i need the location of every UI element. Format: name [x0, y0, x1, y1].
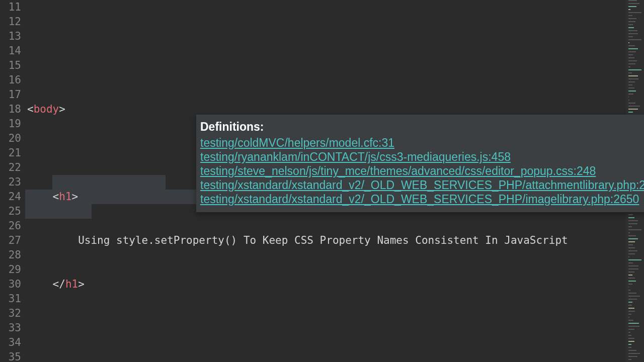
- code-line[interactable]: </h1>: [27, 277, 644, 292]
- line-number: 18: [0, 102, 21, 117]
- tooltip-title: Definitions:: [200, 120, 642, 134]
- line-number: 16: [0, 73, 21, 87]
- line-number: 13: [0, 29, 21, 44]
- line-number: 12: [0, 15, 21, 29]
- line-number: 29: [0, 262, 21, 277]
- line-number: 35: [0, 350, 21, 362]
- line-number: 33: [0, 321, 21, 335]
- code-line[interactable]: Using style.setProperty() To Keep CSS Pr…: [27, 233, 644, 248]
- line-number: 24: [0, 190, 21, 204]
- line-number: 21: [0, 146, 21, 160]
- line-number: 14: [0, 44, 21, 58]
- line-number: 28: [0, 248, 21, 262]
- line-number: 11: [0, 0, 21, 15]
- line-number: 17: [0, 87, 21, 102]
- line-number: 27: [0, 233, 21, 248]
- definition-link[interactable]: testing/ryananklam/inCONTACT/js/css3-med…: [200, 150, 642, 164]
- line-number: 31: [0, 292, 21, 306]
- line-number: 30: [0, 277, 21, 292]
- line-number: 22: [0, 160, 21, 175]
- line-number: 15: [0, 58, 21, 73]
- line-number: 25: [0, 204, 21, 219]
- line-number: 32: [0, 306, 21, 321]
- definition-link[interactable]: testing/steve_nelson/js/tiny_mce/themes/…: [200, 164, 642, 178]
- line-number: 23: [0, 175, 21, 190]
- line-number: 20: [0, 131, 21, 146]
- definitions-tooltip: Definitions: testing/coldMVC/helpers/mod…: [196, 115, 644, 212]
- definition-link[interactable]: testing/coldMVC/helpers/model.cfc:31: [200, 136, 642, 150]
- line-number: 19: [0, 117, 21, 131]
- line-number: 26: [0, 219, 21, 233]
- definition-link[interactable]: testing/xstandard/xstandard_v2/_OLD_WEB_…: [200, 178, 642, 192]
- line-number-gutter: 1112131415161718192021222324252627282930…: [0, 0, 25, 362]
- definition-link[interactable]: testing/xstandard/xstandard_v2/_OLD_WEB_…: [200, 192, 642, 206]
- code-line[interactable]: [27, 321, 644, 335]
- line-number: 34: [0, 335, 21, 350]
